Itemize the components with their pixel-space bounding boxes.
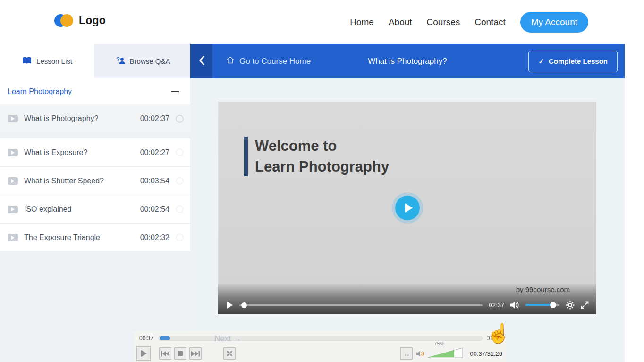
tab-browse-qa-label: Browse Q&A	[130, 57, 170, 65]
lesson-title: What is Photography?	[24, 114, 140, 123]
volume-slider[interactable]	[525, 304, 559, 306]
video-player[interactable]: Welcome to Learn Photography by 99course…	[218, 102, 596, 314]
recorder-buttons-row: ↔ 75% 00:37/31:26	[136, 346, 502, 361]
slide-title-line1: Welcome to	[255, 136, 389, 156]
video-controls-row: 02:37	[227, 301, 589, 310]
volume-handle[interactable]	[550, 302, 556, 308]
logo-icon	[54, 14, 73, 27]
video-thumb-icon	[8, 149, 18, 156]
recorder-seek-bar[interactable]: Next →	[158, 336, 483, 341]
recorder-time-display: 00:37/31:26	[470, 350, 502, 357]
video-thumb-icon	[8, 177, 18, 185]
site-header: Logo Home About Courses Contact My Accou…	[0, 0, 644, 44]
check-icon: ✓	[538, 57, 544, 66]
question-answer-icon: ?	[115, 56, 125, 66]
tab-browse-qa[interactable]: ? Browse Q&A	[94, 44, 190, 78]
next-ghost-label: Next →	[214, 334, 241, 344]
lesson-duration: 00:03:54	[140, 177, 169, 185]
speaker-icon[interactable]	[510, 301, 519, 309]
lesson-title: The Exposure Triangle	[24, 233, 140, 242]
stop-button[interactable]	[174, 347, 186, 360]
skip-to-start-button[interactable]	[159, 347, 171, 360]
video-thumb-icon	[8, 206, 18, 213]
skip-to-end-button[interactable]	[189, 347, 202, 360]
lesson-item-current[interactable]: What is Photography? 00:02:37	[0, 104, 190, 133]
slide-title-line2: Learn Photography	[255, 156, 389, 177]
lesson-title: What is Shutter Speed?	[24, 177, 140, 185]
lesson-item[interactable]: The Exposure Triangle 00:02:32	[0, 224, 190, 252]
home-icon	[226, 56, 235, 67]
play-icon[interactable]	[227, 301, 233, 309]
video-time: 02:37	[489, 302, 504, 309]
shrink-player-button[interactable]	[223, 347, 236, 360]
video-thumb-icon	[8, 115, 18, 122]
nav-link-about[interactable]: About	[389, 17, 412, 27]
recorder-control-bar: 00:37 Next → 31:26	[134, 331, 506, 362]
recorder-duration: 31:26	[487, 335, 501, 342]
book-icon	[22, 57, 32, 66]
slide-title: Welcome to Learn Photography	[255, 136, 389, 177]
go-to-course-home-link[interactable]: Go to Course Home	[226, 56, 311, 67]
lesson-item[interactable]: ISO explained 00:02:54	[0, 195, 190, 224]
progress-circle[interactable]	[176, 115, 184, 123]
collapse-minus-icon[interactable]	[171, 91, 179, 92]
video-thumb-icon	[8, 234, 18, 241]
recorder-seek-handle[interactable]	[160, 336, 170, 340]
progress-circle[interactable]	[176, 233, 184, 241]
fullscreen-icon[interactable]	[581, 301, 589, 309]
collapse-sidebar-button[interactable]	[190, 44, 212, 78]
nav-link-home[interactable]: Home	[350, 17, 374, 27]
tab-lesson-list[interactable]: Lesson List	[0, 44, 94, 78]
big-play-button[interactable]	[395, 196, 420, 220]
video-controls: by 99course.com 02:37	[218, 284, 596, 314]
list-spacer	[0, 133, 190, 138]
video-progress-handle[interactable]	[241, 302, 247, 308]
logo[interactable]: Logo	[54, 14, 106, 27]
progress-circle[interactable]	[176, 148, 184, 156]
nav-link-courses[interactable]: Courses	[427, 17, 460, 27]
recorder-elapsed: 00:37	[139, 335, 153, 342]
svg-text:?: ?	[116, 56, 120, 63]
nav-link-contact[interactable]: Contact	[475, 17, 505, 27]
lesson-duration: 00:02:37	[140, 114, 169, 123]
lesson-duration: 00:02:32	[140, 233, 169, 242]
course-section-header: Learn Photography	[0, 78, 190, 104]
course-lesson-page: Logo Home About Courses Contact My Accou…	[0, 0, 644, 362]
lesson-duration: 00:02:54	[140, 205, 169, 214]
recorder-speaker-icon[interactable]	[416, 350, 424, 357]
complete-lesson-label: Complete Lesson	[549, 57, 608, 65]
tab-lesson-list-label: Lesson List	[36, 57, 72, 65]
volume-ramp[interactable]	[427, 347, 463, 358]
course-title[interactable]: Learn Photography	[8, 87, 72, 96]
complete-lesson-button[interactable]: ✓ Complete Lesson	[528, 51, 618, 72]
chevron-left-icon	[198, 55, 205, 68]
lesson-item[interactable]: What is Exposure? 00:02:27	[0, 138, 190, 167]
my-account-button[interactable]: My Account	[520, 12, 588, 33]
go-to-course-home-label: Go to Course Home	[239, 57, 311, 66]
lesson-sidebar: Lesson List ? Browse Q&A Learn Photograp…	[0, 44, 190, 362]
lesson-duration: 00:02:27	[140, 148, 169, 157]
progress-circle[interactable]	[176, 205, 184, 213]
logo-text: Logo	[79, 14, 106, 27]
lesson-toolbar: Go to Course Home What is Photography? ✓…	[190, 44, 625, 78]
recorder-play-button[interactable]	[136, 346, 151, 361]
resize-horizontal-button[interactable]: ↔	[400, 347, 413, 360]
volume-percent-label: 75%	[434, 341, 444, 346]
recorder-volume-control[interactable]: 75%	[427, 347, 463, 360]
main-nav: Home About Courses Contact My Account	[350, 0, 588, 44]
lesson-bar-title: What is Photography?	[368, 57, 447, 66]
watermark: by 99course.com	[516, 285, 570, 293]
lesson-title: ISO explained	[24, 205, 140, 214]
video-progress-bar[interactable]	[239, 304, 483, 306]
lesson-title: What is Exposure?	[24, 148, 140, 157]
slide-accent-bar	[244, 137, 248, 176]
sidebar-tabs: Lesson List ? Browse Q&A	[0, 44, 190, 78]
settings-gear-icon[interactable]	[566, 301, 575, 310]
lesson-item[interactable]: What is Shutter Speed? 00:03:54	[0, 167, 190, 195]
volume-fill	[525, 304, 553, 306]
progress-circle[interactable]	[176, 177, 184, 185]
recorder-timeline-row: 00:37 Next → 31:26	[139, 335, 501, 342]
